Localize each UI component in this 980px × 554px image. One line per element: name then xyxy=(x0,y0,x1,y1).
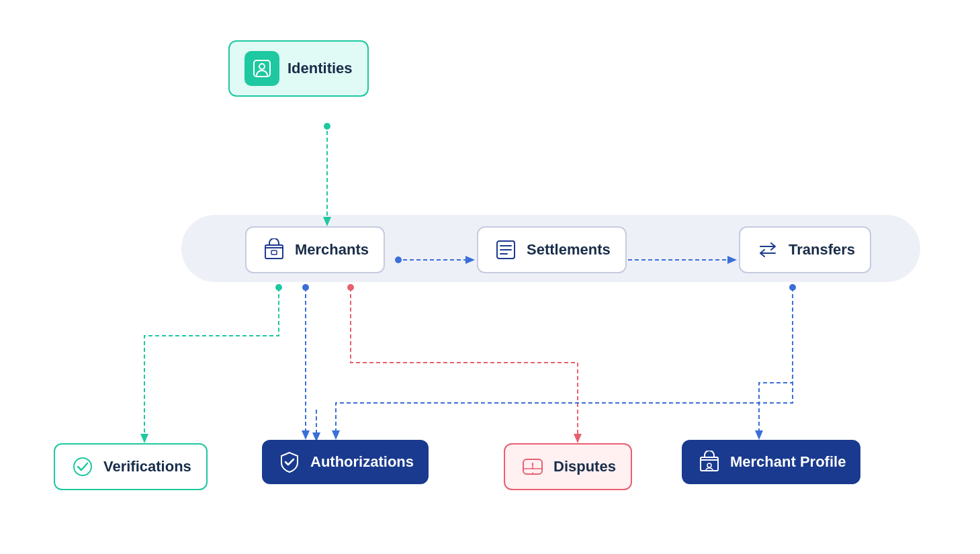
verifications-icon xyxy=(70,454,95,479)
merchant-profile-icon xyxy=(697,449,722,475)
svg-point-22 xyxy=(532,467,534,469)
svg-rect-15 xyxy=(271,250,277,255)
svg-point-24 xyxy=(707,463,711,467)
node-authorizations[interactable]: Authorizations xyxy=(262,440,429,484)
disputes-icon xyxy=(520,454,545,479)
identities-label: Identities xyxy=(287,60,353,77)
settlements-icon xyxy=(493,237,519,263)
merchant-profile-label: Merchant Profile xyxy=(730,453,846,471)
transfers-label: Transfers xyxy=(789,241,855,259)
merchants-icon xyxy=(261,237,287,263)
node-merchants[interactable]: Merchants xyxy=(245,226,385,273)
disputes-label: Disputes xyxy=(553,458,616,475)
node-disputes[interactable]: Disputes xyxy=(504,443,632,490)
svg-point-7 xyxy=(302,284,309,291)
node-verifications[interactable]: Verifications xyxy=(54,443,208,490)
svg-point-20 xyxy=(74,458,91,475)
svg-point-13 xyxy=(259,64,265,69)
authorizations-icon xyxy=(277,449,302,475)
authorizations-label: Authorizations xyxy=(310,453,414,471)
svg-point-1 xyxy=(324,123,330,130)
identities-icon xyxy=(244,51,279,86)
node-merchant-profile[interactable]: Merchant Profile xyxy=(682,440,860,484)
transfers-icon xyxy=(755,237,781,263)
svg-point-6 xyxy=(275,284,282,291)
node-identities[interactable]: Identities xyxy=(228,40,369,97)
svg-point-8 xyxy=(347,284,354,291)
node-transfers[interactable]: Transfers xyxy=(739,226,871,273)
settlements-label: Settlements xyxy=(527,241,611,259)
merchants-label: Merchants xyxy=(295,241,369,259)
svg-point-9 xyxy=(789,284,796,291)
verifications-label: Verifications xyxy=(103,458,191,475)
node-settlements[interactable]: Settlements xyxy=(477,226,627,273)
diagram-container: Identities Merchants Settlements xyxy=(0,0,980,554)
